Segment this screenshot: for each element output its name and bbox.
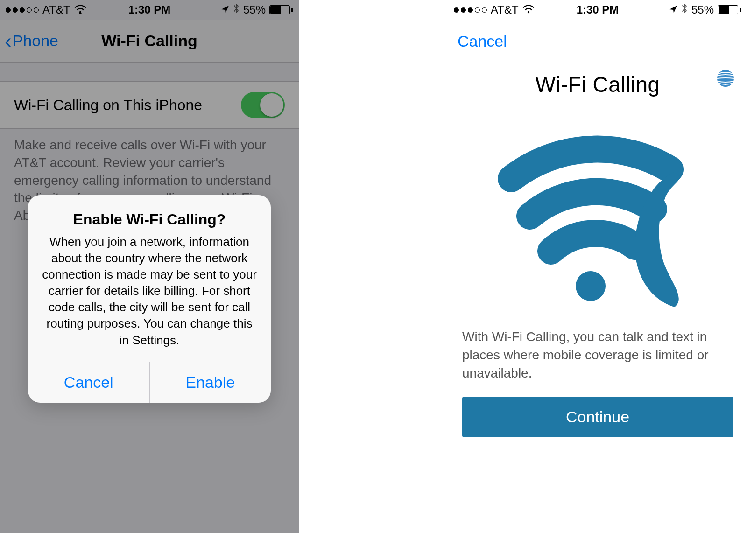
alert-title: Enable Wi-Fi Calling?: [41, 211, 258, 228]
alert-enable-button[interactable]: Enable: [149, 362, 271, 403]
cancel-button[interactable]: Cancel: [458, 32, 507, 50]
status-bar: AT&T 1:30 PM 55%: [448, 0, 747, 20]
signal-strength-icon: [454, 7, 487, 13]
battery-percent: 55%: [691, 3, 714, 16]
carrier-label: AT&T: [491, 3, 519, 16]
att-globe-icon: [716, 69, 735, 90]
alert-cancel-button[interactable]: Cancel: [28, 362, 149, 403]
promo-title: Wi-Fi Calling: [462, 72, 733, 97]
enable-wifi-calling-alert: Enable Wi-Fi Calling? When you join a ne…: [28, 195, 271, 403]
svg-point-3: [576, 271, 606, 301]
battery-icon: [718, 5, 741, 14]
status-time: 1:30 PM: [577, 3, 619, 16]
wifi-icon: [522, 3, 535, 16]
location-icon: [669, 3, 677, 16]
settings-screen: AT&T 1:30 PM 55% ‹ Phone: [0, 0, 299, 533]
wifi-calling-icon: [462, 111, 733, 309]
carrier-promo-screen: AT&T 1:30 PM 55% Cancel: [448, 0, 747, 533]
continue-button[interactable]: Continue: [462, 397, 733, 437]
status-left: AT&T: [454, 3, 535, 16]
status-right: 55%: [669, 3, 741, 16]
promo-body-text: With Wi-Fi Calling, you can talk and tex…: [462, 328, 733, 383]
alert-message: When you join a network, information abo…: [41, 234, 258, 349]
svg-point-1: [527, 11, 529, 13]
nav-bar: Cancel: [448, 20, 747, 63]
bluetooth-icon: [681, 3, 688, 16]
